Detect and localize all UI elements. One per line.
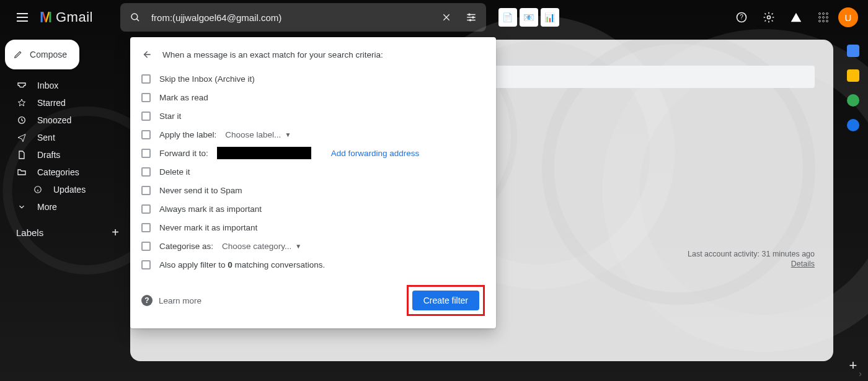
checkbox-mark-read[interactable]	[141, 93, 151, 102]
opt-apply-label-prefix: Apply the label:	[159, 130, 216, 139]
compose-label: Compose	[30, 50, 67, 59]
svg-point-21	[826, 20, 828, 22]
send-icon	[16, 133, 27, 142]
info-icon	[32, 185, 43, 194]
support-button[interactable]: ?	[729, 5, 754, 30]
svg-point-8	[472, 17, 474, 19]
svg-point-13	[819, 13, 821, 15]
activity-details-link[interactable]: Details	[688, 260, 815, 268]
chevron-down-icon	[16, 203, 27, 211]
sidebar-item-label: Updates	[53, 185, 86, 195]
search-options-button[interactable]	[459, 5, 484, 30]
add-forwarding-link[interactable]: Add forwarding address	[331, 149, 420, 158]
clear-search-button[interactable]	[434, 5, 459, 30]
checkbox-never-spam[interactable]	[141, 186, 151, 195]
search-bar[interactable]	[120, 3, 486, 32]
checkbox-forward[interactable]	[141, 149, 151, 158]
sidebar-item-snoozed[interactable]: Snoozed	[5, 112, 126, 129]
checkbox-delete[interactable]	[141, 167, 151, 177]
search-icon	[123, 5, 148, 30]
checkbox-apply-label[interactable]	[141, 130, 151, 139]
checkbox-categorise[interactable]	[141, 242, 151, 251]
extension-icons: 📄 📧 📊	[498, 8, 559, 27]
opt-also-apply-label: Also apply filter to 0 matching conversa…	[159, 260, 325, 269]
gmail-m-icon: M	[40, 9, 52, 26]
tasks-app-icon[interactable]	[847, 94, 859, 107]
file-icon	[16, 150, 27, 160]
sidebar-item-label: Categories	[37, 167, 79, 177]
sidebar-item-sent[interactable]: Sent	[5, 129, 126, 146]
folder-icon	[16, 167, 27, 177]
contacts-app-icon[interactable]	[847, 119, 859, 131]
caret-down-icon: ▼	[295, 243, 301, 250]
opt-delete-label: Delete it	[159, 167, 190, 177]
svg-point-9	[469, 19, 471, 21]
svg-point-12	[768, 16, 771, 19]
calendar-app-icon[interactable]	[847, 45, 859, 57]
clock-icon	[16, 115, 27, 125]
extension-2-icon[interactable]: 📧	[520, 8, 538, 27]
sidebar-item-label: More	[37, 202, 57, 212]
gmail-logo[interactable]: M Gmail	[40, 9, 93, 26]
svg-point-7	[468, 14, 470, 15]
labels-heading: Labels	[16, 227, 43, 238]
opt-skip-inbox-label: Skip the Inbox (Archive it)	[159, 74, 255, 84]
svg-point-18	[826, 17, 828, 19]
settings-button[interactable]	[756, 5, 781, 30]
svg-text:?: ?	[740, 14, 743, 20]
sidebar-item-categories[interactable]: Categories	[5, 164, 126, 181]
apply-label-select[interactable]: Choose label...▼	[225, 130, 291, 139]
checkbox-skip-inbox[interactable]	[141, 74, 151, 84]
sidebar-item-label: Drafts	[37, 150, 60, 160]
opt-never-important-label: Never mark it as important	[159, 223, 257, 232]
extension-3-icon[interactable]: 📊	[541, 8, 559, 27]
caret-down-icon: ▼	[285, 131, 291, 138]
last-activity-text: Last account activity: 31 minutes ago	[688, 250, 815, 258]
add-label-button[interactable]: +	[112, 226, 119, 240]
hide-side-panel-button[interactable]: ›	[859, 369, 862, 379]
google-apps-button[interactable]	[811, 5, 836, 30]
learn-more-link[interactable]: ? Learn more	[141, 295, 202, 306]
svg-point-20	[823, 20, 825, 22]
star-icon	[16, 98, 27, 108]
search-input[interactable]	[148, 12, 434, 23]
sidebar-item-inbox[interactable]: Inbox	[5, 77, 126, 94]
forward-address-redacted[interactable]	[217, 147, 311, 159]
opt-always-important-label: Always mark it as important	[159, 204, 262, 214]
compose-button[interactable]: Compose	[5, 40, 79, 69]
svg-point-0	[131, 14, 138, 20]
opt-never-spam-label: Never send it to Spam	[159, 186, 242, 195]
checkbox-never-important[interactable]	[141, 223, 151, 232]
svg-point-15	[826, 13, 828, 15]
back-button[interactable]	[138, 46, 155, 63]
sidebar-item-label: Starred	[37, 98, 66, 108]
checkbox-always-important[interactable]	[141, 204, 151, 214]
help-icon: ?	[141, 295, 153, 306]
extension-1-icon[interactable]: 📄	[498, 8, 517, 27]
svg-point-17	[823, 17, 825, 19]
sidebar: Compose Inbox Starred Snoozed Sent Draft…	[0, 35, 130, 381]
filter-dialog-title: When a message is an exact match for you…	[162, 50, 383, 59]
notifications-icon[interactable]	[784, 5, 808, 30]
svg-point-14	[823, 13, 825, 15]
keep-app-icon[interactable]	[847, 69, 859, 82]
checkbox-star-it[interactable]	[141, 112, 151, 121]
create-filter-dialog: When a message is an exact match for you…	[130, 37, 496, 328]
categorise-select[interactable]: Choose category...▼	[222, 242, 301, 251]
sidebar-item-more[interactable]: More	[5, 198, 126, 216]
gmail-wordmark: Gmail	[56, 9, 93, 25]
account-avatar[interactable]: U	[838, 7, 858, 27]
sidebar-item-updates[interactable]: Updates	[5, 181, 126, 198]
svg-line-1	[136, 19, 139, 21]
inbox-icon	[16, 81, 27, 90]
opt-mark-read-label: Mark as read	[159, 93, 208, 102]
svg-point-16	[819, 17, 821, 19]
get-addons-button[interactable]: +	[849, 357, 857, 374]
create-filter-button[interactable]: Create filter	[412, 291, 479, 310]
main-menu-button[interactable]	[10, 5, 35, 30]
checkbox-also-apply[interactable]	[141, 260, 151, 269]
hamburger-icon	[17, 17, 28, 18]
sidebar-item-drafts[interactable]: Drafts	[5, 146, 126, 164]
sidebar-item-starred[interactable]: Starred	[5, 94, 126, 112]
pencil-icon	[14, 49, 22, 60]
